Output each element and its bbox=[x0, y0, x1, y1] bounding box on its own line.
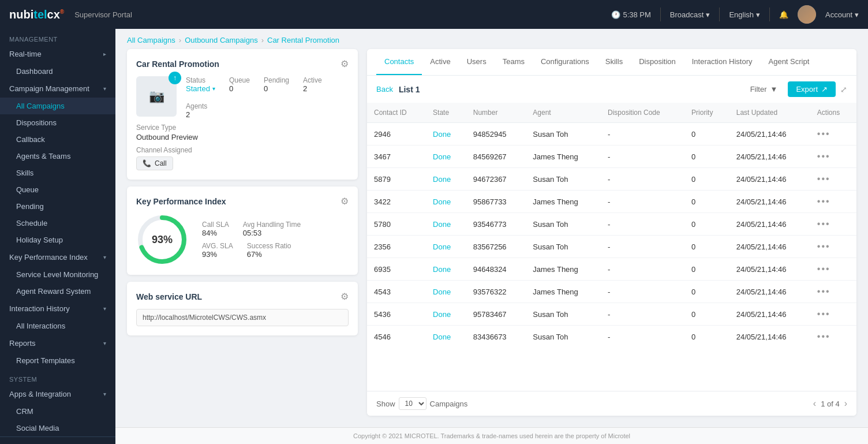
content-grid: Car Rental Promotion ⚙ 📷 ↑ Status bbox=[115, 49, 868, 427]
campaign-gear-button[interactable]: ⚙ bbox=[341, 58, 349, 69]
language-menu[interactable]: English ▾ bbox=[729, 10, 760, 19]
system-section-label: System bbox=[0, 369, 115, 385]
tab-interaction-history[interactable]: Interaction History bbox=[684, 49, 761, 75]
cell-disposition: - bbox=[601, 123, 684, 145]
cell-number: 84569267 bbox=[466, 145, 526, 168]
broadcast-menu[interactable]: Broadcast ▾ bbox=[670, 10, 710, 19]
table-row: 3422 Done 95867733 James Theng - 0 24/05… bbox=[367, 191, 856, 213]
tab-contacts[interactable]: Contacts bbox=[376, 49, 422, 75]
page-info: 1 of 4 bbox=[821, 400, 840, 408]
kpi-avg-handling-label: Avg Handling Time bbox=[243, 221, 301, 229]
tab-active[interactable]: Active bbox=[422, 49, 458, 75]
sidebar-item-all-campaigns[interactable]: All Campaigns bbox=[0, 98, 115, 114]
export-button[interactable]: Export ↗ bbox=[788, 81, 836, 97]
sidebar-item-slm[interactable]: Service Level Monitoring bbox=[0, 266, 115, 283]
arrow-apps: ▾ bbox=[103, 391, 106, 397]
sidebar-item-kpi[interactable]: Key Performance Index ▾ bbox=[0, 248, 115, 266]
sidebar-item-schedule[interactable]: Schedule bbox=[0, 215, 115, 232]
back-link[interactable]: Back bbox=[376, 85, 393, 94]
avatar[interactable] bbox=[798, 5, 816, 24]
cell-id: 2356 bbox=[367, 236, 426, 258]
cell-updated: 24/05/21,14:46 bbox=[729, 145, 810, 168]
actions-menu-button[interactable]: ••• bbox=[817, 196, 830, 206]
breadcrumb-outbound-campaigns[interactable]: Outbound Campaigns bbox=[185, 36, 257, 44]
sidebar-item-agents-teams[interactable]: Agents & Teams bbox=[0, 148, 115, 165]
sidebar-item-all-interactions[interactable]: All Interactions bbox=[0, 318, 115, 334]
sidebar-item-campaign-mgmt[interactable]: Campaign Management ▾ bbox=[0, 80, 115, 98]
tab-teams[interactable]: Teams bbox=[495, 49, 533, 75]
col-last-updated: Last Updated bbox=[729, 103, 810, 123]
sidebar-item-holiday-setup[interactable]: Holiday Setup bbox=[0, 232, 115, 248]
expand-table-icon[interactable]: ⤢ bbox=[840, 85, 847, 94]
kpi-success-ratio: Success Ratio 67% bbox=[247, 242, 291, 259]
breadcrumb-current: Car Rental Promotion bbox=[267, 36, 339, 44]
filter-button[interactable]: Filter ▼ bbox=[744, 81, 784, 97]
actions-menu-button[interactable]: ••• bbox=[817, 286, 830, 296]
avatar-image bbox=[798, 5, 816, 24]
kpi-stats: Call SLA 84% Avg Handling Time 05:53 bbox=[202, 221, 349, 259]
sidebar-item-crm[interactable]: CRM bbox=[0, 403, 115, 420]
sidebar-item-callback[interactable]: Callback bbox=[0, 131, 115, 148]
campaign-info-row: 📷 ↑ Status Started ▾ bbox=[136, 76, 349, 119]
actions-menu-button[interactable]: ••• bbox=[817, 264, 830, 274]
breadcrumb-all-campaigns[interactable]: All Campaigns bbox=[127, 36, 175, 44]
sidebar-item-realtime[interactable]: Real-time ▸ bbox=[0, 45, 115, 63]
sidebar-item-ars[interactable]: Agent Reward System bbox=[0, 283, 115, 300]
kpi-gear-button[interactable]: ⚙ bbox=[341, 196, 349, 207]
cell-id: 5879 bbox=[367, 168, 426, 191]
tab-configurations[interactable]: Configurations bbox=[533, 49, 597, 75]
campaign-card: Car Rental Promotion ⚙ 📷 ↑ Status bbox=[127, 49, 358, 180]
arrow-realtime: ▸ bbox=[103, 51, 106, 57]
actions-menu-button[interactable]: ••• bbox=[817, 151, 830, 161]
tab-disposition[interactable]: Disposition bbox=[631, 49, 684, 75]
divider-1 bbox=[660, 8, 661, 21]
actions-menu-button[interactable]: ••• bbox=[817, 331, 830, 341]
prev-page-button[interactable]: ‹ bbox=[813, 398, 816, 409]
sidebar-item-queue[interactable]: Queue bbox=[0, 181, 115, 198]
camera-icon: 📷 bbox=[149, 89, 164, 104]
sidebar-item-interaction-history[interactable]: Interaction History ▾ bbox=[0, 300, 115, 318]
webservice-url-input[interactable] bbox=[136, 309, 349, 326]
actions-menu-button[interactable]: ••• bbox=[817, 241, 830, 251]
cell-state: Done bbox=[426, 258, 466, 281]
actions-menu-button[interactable]: ••• bbox=[817, 309, 830, 319]
webservice-gear-button[interactable]: ⚙ bbox=[341, 291, 349, 302]
cell-id: 4546 bbox=[367, 326, 426, 348]
cell-state: Done bbox=[426, 145, 466, 168]
kpi-avg-sla: AVG. SLA 93% bbox=[202, 242, 233, 259]
topnav-right: 🕐 5:38 PM Broadcast ▾ English ▾ 🔔 Accoun… bbox=[611, 5, 859, 24]
sidebar-item-dispositions[interactable]: Dispositions bbox=[0, 114, 115, 131]
cell-id: 3467 bbox=[367, 145, 426, 168]
col-state: State bbox=[426, 103, 466, 123]
account-menu[interactable]: Account ▾ bbox=[825, 10, 859, 19]
status-dropdown-arrow[interactable]: ▾ bbox=[212, 85, 215, 92]
management-section-label: Management bbox=[0, 29, 115, 45]
table-toolbar: Back List 1 Filter ▼ Export ↗ ⤢ bbox=[367, 76, 856, 103]
sidebar: Management Real-time ▸ Dashboard Campaig… bbox=[0, 29, 115, 444]
actions-menu-button[interactable]: ••• bbox=[817, 129, 830, 139]
notification-bell[interactable]: 🔔 bbox=[779, 10, 788, 19]
actions-menu-button[interactable]: ••• bbox=[817, 174, 830, 184]
sidebar-item-social-media[interactable]: Social Media bbox=[0, 420, 115, 436]
account-arrow: ▾ bbox=[855, 10, 859, 19]
sidebar-item-dashboard[interactable]: Dashboard bbox=[0, 63, 115, 80]
show-select[interactable]: 10 25 50 bbox=[399, 397, 426, 410]
sidebar-item-apps-integration[interactable]: Apps & Integration ▾ bbox=[0, 385, 115, 403]
sidebar-item-skills[interactable]: Skills bbox=[0, 165, 115, 181]
tab-skills[interactable]: Skills bbox=[597, 49, 631, 75]
kpi-call-sla: Call SLA 84% bbox=[202, 221, 229, 237]
sidebar-item-pending[interactable]: Pending bbox=[0, 198, 115, 215]
sidebar-label-interaction-history: Interaction History bbox=[9, 304, 70, 313]
upload-photo-button[interactable]: ↑ bbox=[169, 72, 181, 84]
table-row: 5780 Done 93546773 Susan Toh - 0 24/05/2… bbox=[367, 213, 856, 236]
tab-agent-script[interactable]: Agent Script bbox=[761, 49, 818, 75]
tab-users[interactable]: Users bbox=[459, 49, 495, 75]
actions-menu-button[interactable]: ••• bbox=[817, 219, 830, 229]
sidebar-item-report-templates[interactable]: Report Templates bbox=[0, 352, 115, 369]
cell-state: Done bbox=[426, 303, 466, 326]
next-page-button[interactable]: › bbox=[844, 398, 847, 409]
cell-id: 2946 bbox=[367, 123, 426, 145]
cell-priority: 0 bbox=[684, 123, 729, 145]
sidebar-item-reports[interactable]: Reports ▾ bbox=[0, 334, 115, 352]
arrow-interaction: ▾ bbox=[103, 305, 106, 312]
